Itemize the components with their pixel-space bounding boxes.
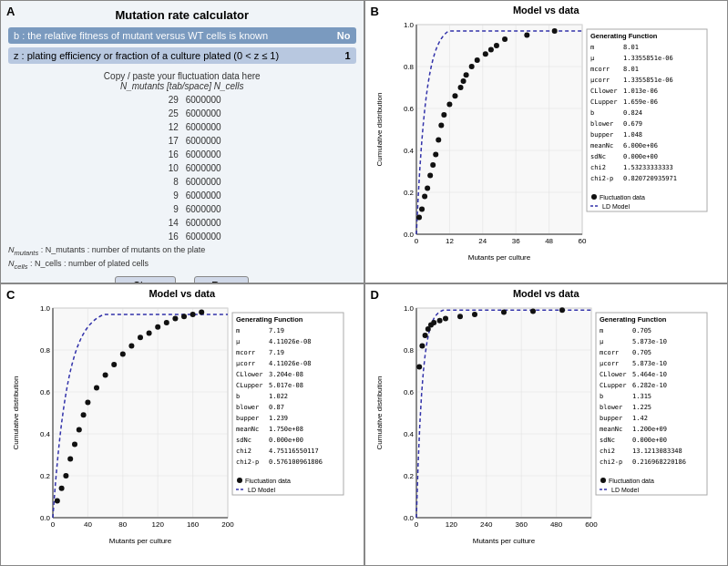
svg-text:0.0: 0.0 [40,514,51,522]
svg-text:6.282e-10: 6.282e-10 [632,382,667,389]
svg-text:0: 0 [415,237,419,245]
svg-text:μcorr: μcorr [236,360,255,367]
svg-point-200 [431,320,436,325]
svg-text:0.0: 0.0 [404,231,415,239]
svg-text:0.679: 0.679 [623,120,642,128]
svg-text:1.0: 1.0 [40,304,51,313]
svg-text:μcorr: μcorr [600,360,619,367]
svg-text:1.42: 1.42 [632,415,648,422]
svg-text:7.19: 7.19 [269,327,284,334]
svg-text:Cumulative distribution: Cumulative distribution [375,376,384,449]
svg-text:b: b [600,393,603,400]
svg-point-44 [469,64,475,69]
chart-b: 0.00.20.40.60.81.001224364860Cumulative … [373,17,719,263]
svg-text:Fluctuation data: Fluctuation data [245,478,291,484]
svg-text:0.0: 0.0 [404,514,415,522]
svg-text:6.000e+06: 6.000e+06 [623,142,658,149]
svg-text:0.000e+00: 0.000e+00 [269,437,303,444]
svg-text:LD Model: LD Model [248,487,275,493]
svg-text:4.11026e-08: 4.11026e-08 [269,360,311,367]
data-hint-line1: Copy / paste your fluctuation data here [104,71,261,81]
svg-text:b: b [590,109,594,117]
svg-text:0.6: 0.6 [40,388,51,396]
svg-text:chi2: chi2 [236,448,251,455]
svg-text:chi2-p: chi2-p [236,458,259,466]
svg-point-122 [102,372,108,377]
svg-text:0.8: 0.8 [404,63,415,71]
svg-point-41 [458,85,464,90]
svg-text:0.8: 0.8 [404,346,415,355]
svg-text:120: 120 [446,520,458,529]
svg-point-117 [72,441,77,447]
panel-d: D Model vs data 0.00.20.40.60.81.0012024… [364,283,729,567]
svg-point-207 [559,307,565,313]
svg-text:5.464e-10: 5.464e-10 [632,371,667,378]
svg-text:chi2: chi2 [590,164,606,171]
svg-text:Mutants per culture: Mutants per culture [468,253,531,262]
note1: Nmutants : N_mutants : number of mutants… [8,245,356,257]
panel-c-label: C [6,288,15,302]
svg-text:1.3355851e-06: 1.3355851e-06 [623,77,673,84]
svg-point-129 [164,320,169,325]
svg-point-46 [483,51,488,57]
svg-text:1.225: 1.225 [632,404,651,411]
svg-text:Generating Function: Generating Function [236,315,303,324]
panel-a-title: Mutation rate calculator [8,8,356,22]
mutants-col: 2925121716108991416 [8,93,182,243]
svg-point-45 [475,57,480,63]
svg-point-48 [494,43,499,48]
svg-text:5.873e-10: 5.873e-10 [632,338,667,345]
svg-point-127 [146,330,151,335]
svg-text:0.2: 0.2 [40,472,51,480]
svg-text:0.705: 0.705 [632,349,651,356]
svg-text:CLlower: CLlower [600,371,627,378]
svg-text:7.19: 7.19 [269,349,284,356]
data-display: 2925121716108991416 60000006000000600000… [8,93,356,243]
svg-text:1.200e+09: 1.200e+09 [632,426,667,433]
svg-text:0.6: 0.6 [404,388,415,396]
svg-text:0.6: 0.6 [404,105,415,113]
svg-text:0.4: 0.4 [40,430,51,438]
svg-point-42 [461,78,467,84]
panel-c: C Model vs data 0.00.20.40.60.81.0040801… [0,283,364,567]
svg-point-119 [80,412,86,417]
param-b-row: b : the relative fitness of mutant versu… [8,27,356,44]
svg-point-118 [77,427,82,432]
svg-point-126 [138,334,143,340]
svg-text:3.204e-08: 3.204e-08 [269,371,303,378]
svg-text:1.013e-06: 1.013e-06 [623,87,658,95]
svg-point-47 [488,47,494,53]
svg-text:1.0: 1.0 [404,21,415,29]
svg-text:m: m [590,44,594,51]
svg-point-128 [155,324,160,329]
svg-text:blower: blower [600,404,622,411]
svg-text:160: 160 [187,520,200,529]
svg-point-40 [453,93,458,98]
run-button[interactable]: Run [194,276,249,283]
svg-text:5.017e-08: 5.017e-08 [269,382,303,389]
svg-text:1.048: 1.048 [623,131,642,139]
svg-text:0.576100961806: 0.576100961806 [269,458,323,466]
clear-button[interactable]: Clear [115,276,176,283]
svg-text:60: 60 [579,237,587,245]
svg-point-162 [237,478,242,483]
svg-text:0: 0 [51,520,56,529]
data-hint: Copy / paste your fluctuation data here … [8,71,356,91]
panel-a: A Mutation rate calculator b : the relat… [0,0,364,283]
svg-point-197 [423,332,428,337]
svg-text:200: 200 [221,520,234,529]
svg-text:Cumulative distribution: Cumulative distribution [12,376,20,449]
svg-point-34 [430,162,436,168]
svg-rect-166 [416,308,591,518]
svg-text:8.01: 8.01 [623,66,639,73]
svg-text:mcorr: mcorr [236,349,255,356]
button-row: Clear Run [8,276,356,283]
svg-text:1.3355851e-06: 1.3355851e-06 [623,55,673,62]
svg-point-50 [525,33,530,38]
svg-text:4.11026e-08: 4.11026e-08 [269,338,311,345]
svg-text:0.820720935971: 0.820720935971 [623,175,677,182]
svg-text:0.824: 0.824 [623,109,642,117]
svg-point-206 [530,308,536,314]
svg-text:mcorr: mcorr [600,349,619,356]
svg-point-124 [120,351,126,356]
